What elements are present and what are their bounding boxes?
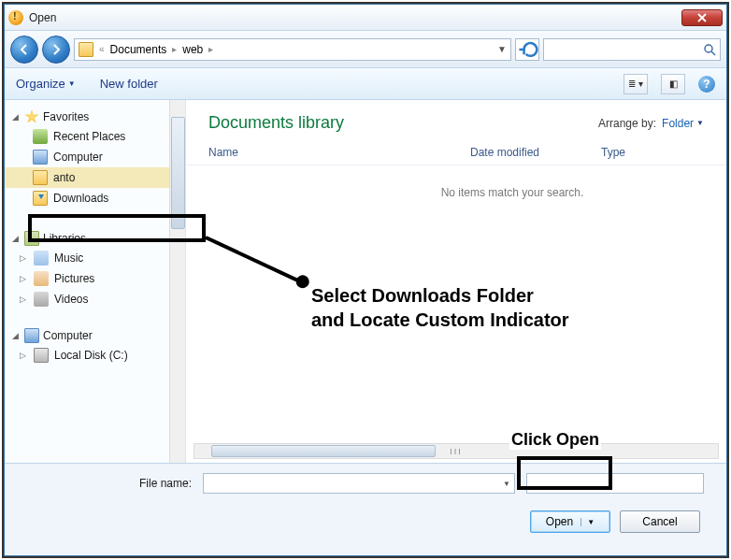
annotation-line1: Select Downloads Folder bbox=[311, 285, 534, 306]
arrange-by-text: Folder bbox=[662, 117, 694, 130]
arrange-by-value[interactable]: Folder ▼ bbox=[662, 117, 704, 130]
sidebar-item-downloads[interactable]: Downloads bbox=[5, 188, 185, 208]
annotation-highlight-downloads bbox=[28, 214, 206, 242]
column-type[interactable]: Type bbox=[601, 146, 676, 159]
collapse-icon: ◢ bbox=[12, 331, 21, 340]
breadcrumb-separator-icon: « bbox=[97, 44, 107, 54]
toolbar: Organize ▼ New folder ≣ ▾ ◧ ? bbox=[5, 68, 726, 100]
sidebar-item-music[interactable]: ▷ Music bbox=[5, 248, 185, 268]
chevron-down-icon: ▼ bbox=[696, 119, 704, 127]
scrollbar-thumb[interactable] bbox=[211, 445, 436, 457]
expand-icon: ▷ bbox=[20, 253, 28, 263]
chevron-down-icon: ▼ bbox=[503, 480, 510, 488]
music-icon bbox=[34, 251, 49, 266]
back-button[interactable] bbox=[10, 36, 38, 64]
column-date-modified[interactable]: Date modified bbox=[470, 146, 601, 159]
forward-button[interactable] bbox=[42, 36, 70, 64]
recent-places-icon bbox=[33, 129, 48, 144]
favorites-label: Favorites bbox=[43, 110, 89, 123]
open-button-label: Open bbox=[546, 515, 573, 528]
svg-point-0 bbox=[705, 45, 712, 52]
search-input[interactable] bbox=[548, 43, 703, 56]
horizontal-scrollbar[interactable]: III bbox=[194, 443, 719, 459]
open-button[interactable]: Open ▼ bbox=[530, 510, 610, 533]
expand-icon: ▷ bbox=[20, 351, 28, 360]
annotation-line2: and Locate Custom Indicator bbox=[311, 309, 569, 330]
sidebar-item-label: Computer bbox=[53, 151, 103, 164]
computer-icon bbox=[24, 328, 39, 343]
sidebar-item-label: Local Disk (C:) bbox=[54, 349, 128, 362]
preview-pane-button[interactable]: ◧ bbox=[661, 74, 685, 94]
sidebar-item-label: Pictures bbox=[54, 272, 94, 285]
collapse-icon: ◢ bbox=[12, 234, 21, 243]
chevron-down-icon: ▼ bbox=[580, 518, 595, 526]
breadcrumb-item[interactable]: web bbox=[182, 43, 203, 56]
sidebar-item-label: Music bbox=[54, 251, 83, 265]
chevron-down-icon: ▼ bbox=[68, 79, 76, 88]
downloads-folder-icon bbox=[33, 191, 48, 206]
dialog-title: Open bbox=[29, 11, 681, 24]
organize-label: Organize bbox=[16, 77, 65, 91]
annotation-text: Select Downloads Folder and Locate Custo… bbox=[311, 283, 569, 332]
chevron-right-icon: ▸ bbox=[170, 44, 179, 54]
cancel-button-label: Cancel bbox=[642, 515, 677, 528]
annotation-highlight-open-button bbox=[517, 456, 612, 490]
favorites-header[interactable]: ◢ Favorites bbox=[5, 108, 185, 126]
breadcrumb-item[interactable]: Documents bbox=[110, 43, 167, 56]
scrollbar-thumb[interactable] bbox=[171, 117, 185, 229]
filename-label: File name: bbox=[27, 477, 192, 490]
computer-icon bbox=[33, 150, 48, 165]
star-icon bbox=[24, 109, 39, 124]
pictures-icon bbox=[34, 271, 49, 286]
sidebar-item-label: Downloads bbox=[53, 192, 108, 205]
breadcrumb[interactable]: « Documents ▸ web ▸ ▼ bbox=[74, 38, 511, 61]
chevron-right-icon: ▸ bbox=[207, 44, 215, 54]
expand-icon: ▷ bbox=[20, 294, 28, 304]
computer-header[interactable]: ◢ Computer bbox=[5, 326, 185, 345]
sidebar-item-recent-places[interactable]: Recent Places bbox=[5, 126, 185, 147]
sidebar-item-anto[interactable]: anto bbox=[5, 167, 185, 188]
search-icon bbox=[703, 43, 716, 56]
file-list-pane: Documents library Arrange by: Folder ▼ N… bbox=[186, 100, 726, 463]
cancel-button[interactable]: Cancel bbox=[620, 510, 700, 533]
sidebar-scrollbar[interactable] bbox=[169, 100, 185, 463]
help-icon[interactable]: ? bbox=[698, 76, 715, 93]
sidebar-item-label: Videos bbox=[54, 293, 88, 306]
arrange-by-label: Arrange by: bbox=[598, 117, 656, 130]
scrollbar-grip-icon: III bbox=[450, 447, 463, 456]
computer-label: Computer bbox=[43, 329, 93, 342]
disk-icon bbox=[34, 348, 49, 363]
bottom-panel: File name: ▼ Open ▼ Cancel bbox=[5, 463, 726, 553]
sidebar-item-label: Recent Places bbox=[53, 130, 125, 143]
folder-icon bbox=[33, 170, 48, 185]
folder-icon bbox=[79, 42, 93, 57]
column-headers: Name Date modified Type bbox=[186, 140, 726, 165]
sidebar-item-pictures[interactable]: ▷ Pictures bbox=[5, 268, 185, 289]
arrange-by: Arrange by: Folder ▼ bbox=[598, 117, 704, 130]
dialog-warning-icon bbox=[8, 10, 23, 25]
title-bar: Open bbox=[5, 5, 726, 31]
close-button[interactable] bbox=[681, 9, 723, 26]
new-folder-label: New folder bbox=[100, 77, 158, 91]
filename-combo[interactable]: ▼ bbox=[203, 473, 515, 494]
sidebar-item-videos[interactable]: ▷ Videos bbox=[5, 289, 185, 309]
view-options-button[interactable]: ≣ ▾ bbox=[624, 74, 648, 94]
breadcrumb-dropdown-icon[interactable]: ▼ bbox=[497, 44, 507, 54]
annotation-click-open: Click Open bbox=[509, 430, 601, 450]
collapse-icon: ◢ bbox=[12, 112, 21, 122]
empty-message: No items match your search. bbox=[298, 165, 726, 220]
videos-icon bbox=[34, 292, 49, 307]
new-folder-button[interactable]: New folder bbox=[100, 77, 158, 91]
organize-menu[interactable]: Organize ▼ bbox=[16, 77, 76, 91]
library-title: Documents library bbox=[208, 113, 598, 133]
expand-icon: ▷ bbox=[20, 274, 28, 283]
sidebar-item-local-disk[interactable]: ▷ Local Disk (C:) bbox=[5, 345, 185, 366]
refresh-button[interactable] bbox=[515, 38, 539, 61]
sidebar-item-label: anto bbox=[53, 171, 75, 184]
search-box[interactable] bbox=[543, 38, 721, 61]
nav-bar: « Documents ▸ web ▸ ▼ bbox=[5, 31, 726, 68]
column-name[interactable]: Name bbox=[208, 146, 470, 159]
sidebar-item-computer[interactable]: Computer bbox=[5, 147, 185, 167]
navigation-pane: ◢ Favorites Recent Places Computer anto bbox=[5, 100, 186, 463]
